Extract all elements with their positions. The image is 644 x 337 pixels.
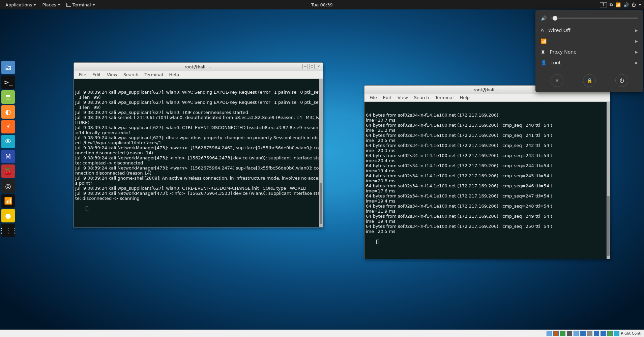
- tray-icon[interactable]: [560, 331, 565, 336]
- apps-grid-icon[interactable]: ⋮⋮⋮: [1, 224, 15, 237]
- obs-icon[interactable]: ◎: [1, 179, 15, 193]
- tray-icon[interactable]: [580, 331, 586, 336]
- video-icon[interactable]: ⧉: [610, 2, 613, 7]
- terminal-window-left[interactable]: root@kali: ~ — ▢ ✕ File Edit View Search…: [74, 62, 323, 227]
- window-title: root@kali: ~: [474, 87, 501, 92]
- applications-menu[interactable]: Applications: [3, 1, 39, 9]
- window-titlebar[interactable]: root@kali: ~ — ▢ ✕: [74, 63, 323, 71]
- system-menu: 🔊 ⎋Wired Off▶ 📶▶ ♜Proxy None▶ 👤root▶ ✕ 🔒…: [535, 10, 643, 92]
- chevron-down-icon: [33, 4, 36, 6]
- volume-slider[interactable]: [551, 18, 638, 19]
- tray-icon[interactable]: [614, 331, 619, 336]
- dock: 🗂>_≣◐⚡👁M🍒◎📶●⋮⋮⋮: [1, 61, 18, 237]
- power-icon: ⏻: [619, 78, 624, 83]
- power-icon[interactable]: ⏻: [632, 2, 636, 7]
- chevron-down-icon: [92, 4, 95, 6]
- scrollbar-thumb[interactable]: [320, 183, 322, 224]
- scrollbar[interactable]: [607, 102, 610, 259]
- menu-file[interactable]: File: [76, 71, 89, 78]
- scrollbar-thumb[interactable]: [607, 196, 610, 256]
- host-taskbar: Right Contr: [0, 330, 644, 337]
- terminal-output[interactable]: Jul 9 08:39:24 kali wpa_supplicant[627]:…: [74, 79, 323, 227]
- tray-icon[interactable]: [574, 331, 579, 336]
- proxy-icon: ♜: [541, 49, 545, 55]
- places-label: Places: [42, 2, 56, 7]
- lock-icon: 🔒: [587, 78, 592, 83]
- chevron-right-icon: ▶: [635, 39, 638, 43]
- tray-icon[interactable]: [587, 331, 592, 336]
- menu-help[interactable]: Help: [457, 94, 473, 101]
- proxy-label: Proxy None: [550, 49, 631, 55]
- menu-edit[interactable]: Edit: [380, 94, 394, 101]
- chevron-right-icon: ▶: [635, 28, 638, 33]
- user-label: root: [551, 60, 631, 65]
- scrollbar[interactable]: [319, 79, 323, 227]
- lock-button[interactable]: 🔒: [583, 74, 596, 87]
- slider-knob[interactable]: [553, 16, 557, 21]
- chevron-right-icon: ▶: [635, 50, 638, 54]
- menu-search[interactable]: Search: [120, 71, 142, 78]
- chevron-down-icon: [58, 4, 60, 6]
- recon-icon[interactable]: 👁: [1, 135, 15, 148]
- focused-app-menu[interactable]: › Terminal: [64, 1, 98, 9]
- places-menu[interactable]: Places: [39, 1, 63, 9]
- tray-icon[interactable]: [553, 331, 559, 336]
- menu-edit[interactable]: Edit: [89, 71, 104, 78]
- menu-view[interactable]: View: [394, 94, 411, 101]
- chevron-down-icon[interactable]: [639, 4, 641, 6]
- menu-view[interactable]: View: [104, 71, 120, 78]
- clock[interactable]: Tue 08:39: [311, 2, 333, 7]
- wifi-icon: 📶: [541, 38, 547, 44]
- applications-label: Applications: [5, 2, 32, 7]
- firefox-icon[interactable]: ◐: [1, 105, 15, 119]
- settings-icon: ✕: [555, 78, 559, 83]
- metasploit-icon[interactable]: M: [1, 150, 15, 163]
- window-title: root@kali: ~: [185, 64, 212, 69]
- menu-search[interactable]: Search: [411, 94, 432, 101]
- menu-file[interactable]: File: [367, 94, 380, 101]
- yellow-tool-icon[interactable]: ●: [1, 209, 15, 222]
- tray-icon[interactable]: [567, 331, 572, 336]
- top-panel: Applications Places › Terminal Tue 08:39…: [0, 0, 644, 9]
- terminal-small-icon: ›: [66, 3, 71, 7]
- maximize-button[interactable]: ▢: [309, 64, 315, 69]
- cherry-icon[interactable]: 🍒: [1, 164, 15, 178]
- terminal-icon[interactable]: >_: [1, 75, 15, 89]
- volume-icon[interactable]: 🔊: [623, 2, 629, 7]
- menu-terminal[interactable]: Terminal: [432, 94, 457, 101]
- wifi-tool-icon[interactable]: 📶: [1, 194, 15, 208]
- proxy-row[interactable]: ♜Proxy None▶: [535, 47, 643, 57]
- wired-label: Wired Off: [548, 28, 631, 33]
- workspace-indicator[interactable]: 1: [600, 2, 607, 7]
- text-editor-icon[interactable]: ≣: [1, 90, 15, 104]
- tray-icon[interactable]: [607, 331, 613, 336]
- terminal-menubar: File Edit View Search Terminal Help: [74, 71, 323, 79]
- burp-icon[interactable]: ⚡: [1, 120, 15, 133]
- wifi-icon[interactable]: 📶: [615, 2, 621, 7]
- terminal-menubar: File Edit View Search Terminal Help: [364, 94, 610, 102]
- focused-app-label: Terminal: [72, 2, 91, 7]
- terminal-window-right[interactable]: root@kali: ~ — ▢ ✕ File Edit View Search…: [364, 85, 610, 259]
- tray-icon[interactable]: [547, 331, 552, 336]
- chevron-right-icon: ▶: [635, 61, 638, 65]
- tray-icon[interactable]: [601, 331, 606, 336]
- user-row[interactable]: 👤root▶: [535, 57, 643, 68]
- close-button[interactable]: ✕: [316, 64, 321, 69]
- terminal-cursor: [376, 240, 379, 244]
- power-button[interactable]: ⏻: [615, 74, 628, 87]
- terminal-cursor: [86, 207, 88, 211]
- volume-icon: 🔊: [541, 16, 547, 21]
- files-icon[interactable]: 🗂: [1, 61, 15, 74]
- tray-icon[interactable]: [594, 331, 599, 336]
- terminal-output[interactable]: 64 bytes from sof02s34-in-f14.1e100.net …: [364, 102, 610, 259]
- menu-help[interactable]: Help: [166, 71, 182, 78]
- settings-button[interactable]: ✕: [551, 74, 563, 87]
- wifi-row[interactable]: 📶▶: [535, 36, 643, 47]
- wired-row[interactable]: ⎋Wired Off▶: [535, 25, 643, 36]
- ethernet-icon: ⎋: [541, 28, 544, 33]
- minimize-button[interactable]: —: [302, 64, 308, 69]
- menu-terminal[interactable]: Terminal: [141, 71, 166, 78]
- input-indicator[interactable]: Right Contr: [621, 331, 642, 336]
- user-icon: 👤: [541, 60, 547, 65]
